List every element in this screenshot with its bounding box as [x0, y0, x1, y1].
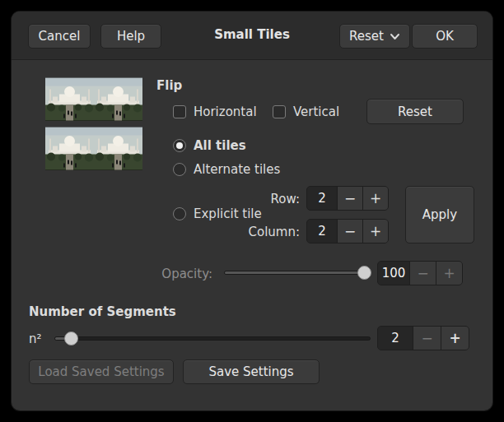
- column-value[interactable]: 2: [307, 220, 337, 243]
- minus-icon: −: [344, 223, 356, 239]
- small-tiles-dialog: Cancel Help Small Tiles Reset OK Flip Ho…: [12, 12, 492, 410]
- plus-icon: +: [370, 190, 381, 206]
- radio-icon[interactable]: [173, 163, 186, 176]
- plus-icon: +: [449, 330, 460, 346]
- checkbox-icon[interactable]: [273, 105, 286, 118]
- all-tiles-label: All tiles: [194, 138, 246, 153]
- segments-decrement-button[interactable]: −: [413, 327, 441, 350]
- row-spinbutton[interactable]: 2 − +: [306, 186, 389, 211]
- opacity-value[interactable]: 100: [378, 262, 409, 285]
- dialog-title: Small Tiles: [214, 27, 290, 42]
- tile-preview-row-1: [45, 77, 142, 121]
- alternate-tiles-label: Alternate tiles: [194, 162, 280, 177]
- tile-preview-row-2: [45, 127, 142, 170]
- radio-all-tiles[interactable]: All tiles: [173, 138, 246, 153]
- opacity-spinbutton[interactable]: 100 − +: [377, 261, 463, 285]
- opacity-increment-button[interactable]: +: [436, 262, 462, 285]
- row-value[interactable]: 2: [307, 187, 337, 210]
- reset-menu-label: Reset: [349, 29, 384, 44]
- checkbox-icon[interactable]: [173, 105, 186, 118]
- opacity-decrement-button[interactable]: −: [409, 262, 436, 285]
- horizontal-checkbox[interactable]: Horizontal: [173, 104, 257, 119]
- radio-selected-icon[interactable]: [173, 139, 186, 152]
- preview-image: [45, 127, 94, 170]
- titlebar: Cancel Help Small Tiles Reset OK: [12, 12, 492, 60]
- segments-slider[interactable]: [54, 336, 371, 341]
- plus-icon: +: [443, 265, 455, 281]
- flip-reset-button[interactable]: Reset: [366, 99, 464, 124]
- preview-image: [94, 77, 142, 121]
- segments-spinbutton[interactable]: 2 − +: [377, 326, 469, 350]
- cancel-button[interactable]: Cancel: [28, 24, 91, 49]
- row-decrement-button[interactable]: −: [337, 187, 362, 210]
- plus-icon: +: [370, 223, 381, 239]
- vertical-checkbox[interactable]: Vertical: [273, 104, 339, 119]
- radio-alternate-tiles[interactable]: Alternate tiles: [173, 162, 280, 177]
- radio-explicit-tile[interactable]: Explicit tile: [173, 206, 262, 221]
- preview-image: [94, 127, 142, 170]
- opacity-slider[interactable]: [224, 271, 371, 275]
- flip-heading: Flip: [156, 78, 182, 93]
- preview-image: [45, 77, 94, 121]
- row-label: Row:: [242, 192, 300, 206]
- n-squared-label: n²: [29, 332, 42, 346]
- horizontal-label: Horizontal: [194, 104, 257, 119]
- segments-heading: Number of Segments: [29, 304, 176, 319]
- opacity-label: Opacity:: [130, 267, 212, 281]
- column-spinbutton[interactable]: 2 − +: [306, 219, 389, 243]
- reset-menu-button[interactable]: Reset: [339, 24, 410, 49]
- chevron-down-icon: [390, 33, 400, 40]
- segments-slider-handle[interactable]: [64, 332, 78, 345]
- help-button[interactable]: Help: [100, 24, 161, 49]
- opacity-slider-handle[interactable]: [357, 266, 371, 280]
- load-saved-settings-button[interactable]: Load Saved Settings: [29, 359, 174, 384]
- segments-increment-button[interactable]: +: [441, 327, 469, 350]
- opacity-slider-fill: [225, 271, 365, 274]
- column-increment-button[interactable]: +: [362, 220, 388, 243]
- segments-value[interactable]: 2: [378, 327, 413, 350]
- column-decrement-button[interactable]: −: [337, 220, 362, 243]
- radio-icon[interactable]: [173, 207, 186, 220]
- minus-icon: −: [421, 330, 432, 346]
- minus-icon: −: [344, 190, 356, 206]
- minus-icon: −: [417, 265, 428, 281]
- explicit-tile-label: Explicit tile: [194, 206, 262, 221]
- vertical-label: Vertical: [293, 104, 339, 119]
- apply-button[interactable]: Apply: [405, 186, 474, 243]
- save-settings-button[interactable]: Save Settings: [183, 359, 320, 384]
- ok-button[interactable]: OK: [412, 24, 478, 49]
- column-label: Column:: [242, 225, 300, 239]
- row-increment-button[interactable]: +: [362, 187, 388, 210]
